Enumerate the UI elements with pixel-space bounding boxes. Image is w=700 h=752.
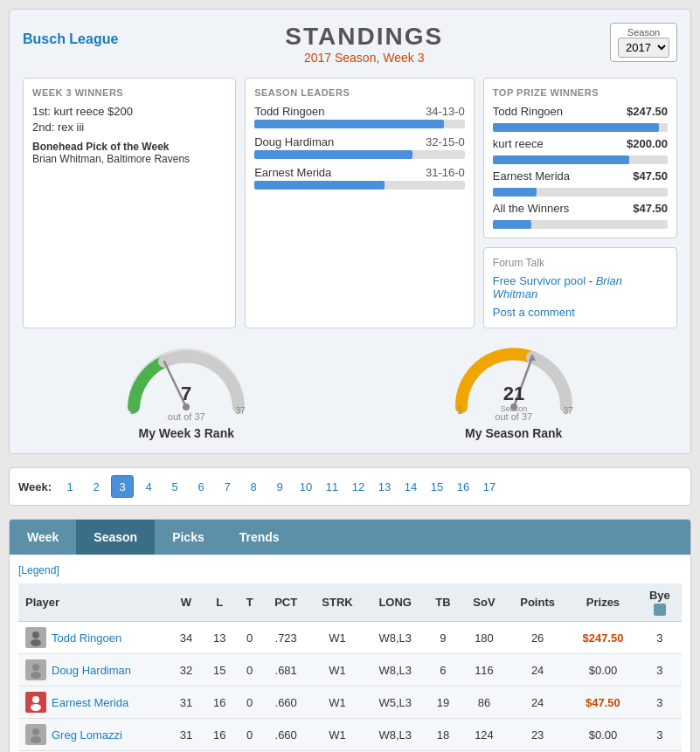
standings-table: Player W L T PCT STRK LONG TB SoV Points… [18,583,682,752]
standings-title-block: STANDINGS 2017 Season, Week 3 [285,23,443,65]
week-btn-14[interactable]: 14 [399,475,422,498]
week-btn-6[interactable]: 6 [190,475,212,498]
league-name: Busch League [23,23,118,47]
tab-week[interactable]: Week [10,520,76,555]
avatar-doug [25,659,46,680]
week-btn-11[interactable]: 11 [321,475,343,498]
avatar-earnest [25,692,46,713]
week-btn-3[interactable]: 3 [111,475,134,498]
second-place-row: 2nd: rex iii [32,121,226,134]
col-long: LONG [365,583,425,622]
col-l: L [203,583,236,622]
post-comment-link[interactable]: Post a comment [493,306,575,319]
week-btn-5[interactable]: 5 [163,475,186,498]
svg-point-16 [32,696,39,703]
tab-bar: Week Season Picks Trends [10,520,690,555]
table-row: Earnest Merida 31160 .660W1W5,L3 198624 … [18,686,682,719]
week-btn-1[interactable]: 1 [59,475,81,498]
week-rank-out-of: out of 37 [99,411,274,422]
col-tb: TB [425,583,461,622]
week-btn-17[interactable]: 17 [478,475,501,498]
week-btn-9[interactable]: 9 [268,475,291,498]
week-nav-label: Week: [18,480,52,493]
week-btn-13[interactable]: 13 [373,475,396,498]
week-btn-7[interactable]: 7 [216,475,239,498]
standings-section: Week Season Picks Trends [Legend] Player… [9,519,691,752]
standings-subtitle: 2017 Season, Week 3 [285,51,443,65]
week-btn-4[interactable]: 4 [137,475,160,498]
svg-text:37: 37 [563,406,573,416]
col-strk: STRK [309,583,366,622]
week-btn-2[interactable]: 2 [85,475,107,498]
player-link-earnest[interactable]: Earnest Merida [52,696,128,709]
week-btn-10[interactable]: 10 [295,475,317,498]
player-link-greg[interactable]: Greg Lomazzi [52,728,122,742]
season-selector[interactable]: Season 2017 2016 2015 [610,23,677,62]
week-rank-gauge: 7 1 37 out of 37 My Week 3 Rank [99,337,274,440]
svg-text:1: 1 [457,406,462,416]
forum-link-row: Free Survivor pool - Brian Whitman [493,274,668,300]
table-header-row: Player W L T PCT STRK LONG TB SoV Points… [18,583,682,622]
tab-picks[interactable]: Picks [155,520,222,555]
svg-text:7: 7 [181,383,191,404]
season-select[interactable]: 2017 2016 2015 [618,38,669,58]
leader-record-2: 32-15-0 [426,135,465,148]
tab-season[interactable]: Season [76,520,155,555]
week-rank-label: My Week 3 Rank [99,426,274,440]
forum-title: Forum Talk [493,257,668,269]
standings-card: Busch League STANDINGS 2017 Season, Week… [9,9,691,454]
leader-row-3: Earnest Merida 31-16-0 [254,166,465,190]
leader-name-1: Todd Ringoen [254,105,324,118]
avatar-todd [25,627,46,648]
season-rank-out-of: out of 37 [426,411,601,422]
standings-title: STANDINGS [285,23,443,51]
col-t: T [237,583,263,622]
col-sov: SoV [461,583,507,622]
leader-row-1: Todd Ringoen 34-13-0 [254,105,465,128]
week-btn-15[interactable]: 15 [426,475,448,498]
svg-point-15 [31,672,41,679]
prize-row-1: Todd Ringoen $247.50 [493,105,668,118]
leader-name-3: Earnest Merida [254,166,331,179]
season-rank-gauge: 21 Season 1 37 out of 37 My Season Rank [426,337,601,440]
leader-row-2: Doug Hardiman 32-15-0 [254,135,465,159]
legend-link[interactable]: [Legend] [18,564,59,576]
second-place-text: 2nd: rex iii [32,121,84,134]
table-area: [Legend] Player W L T PCT STRK LONG TB S… [10,555,690,752]
col-bye: Bye [638,583,682,622]
tab-trends[interactable]: Trends [222,520,297,555]
prize-row-2: kurt reece $200.00 [493,137,668,150]
player-link-todd[interactable]: Todd Ringoen [52,631,121,645]
table-row: Doug Hardiman 32150 .681W1W8,L3 611624 $… [18,654,682,686]
col-w: W [170,583,203,622]
prize-row-4: All the Winners $47.50 [493,202,668,215]
first-place-row: 1st: kurt reece $200 [32,105,226,118]
col-prizes: Prizes [568,583,637,622]
svg-text:21: 21 [503,383,524,404]
col-pct: PCT [263,583,309,622]
week-btn-16[interactable]: 16 [452,475,475,498]
svg-point-17 [31,704,41,711]
season-leaders-panel: SEASON LEADERS Todd Ringoen 34-13-0 Doug… [245,78,475,328]
post-comment-row: Post a comment [493,306,668,319]
avatar-greg [25,724,46,745]
svg-text:37: 37 [236,406,246,416]
svg-point-12 [32,631,39,638]
leader-record-3: 31-16-0 [426,166,465,179]
player-link-doug[interactable]: Doug Hardiman [52,664,131,677]
week-btn-12[interactable]: 12 [347,475,370,498]
leader-name-2: Doug Hardiman [254,135,334,148]
col-player: Player [18,583,170,622]
prize-row-3: Earnest Merida $47.50 [493,169,668,183]
week-winners-panel: WEEK 3 WINNERS 1st: kurt reece $200 2nd:… [23,78,236,328]
week-btn-8[interactable]: 8 [242,475,265,498]
season-leaders-title: SEASON LEADERS [254,87,465,98]
top-prizes-title: TOP PRIZE WINNERS [493,87,668,98]
week-winners-title: WEEK 3 WINNERS [32,87,226,98]
standings-header: Busch League STANDINGS 2017 Season, Week… [23,23,677,65]
forum-link[interactable]: Free Survivor pool [493,274,586,287]
gauges-row: 7 1 37 out of 37 My Week 3 Rank [23,337,677,440]
svg-point-14 [32,664,39,671]
svg-point-19 [31,736,41,743]
bonehead-label: Bonehead Pick of the Week [32,141,226,153]
